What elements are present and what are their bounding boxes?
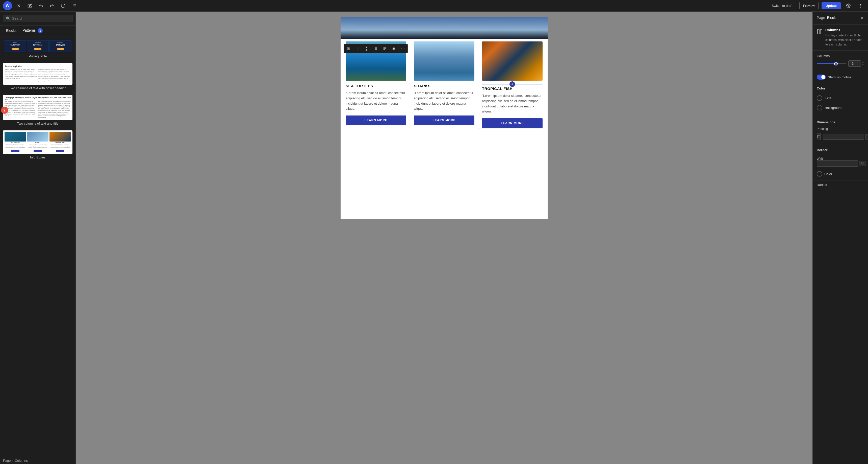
- block-info-text: Columns Display content in multiple colu…: [825, 28, 864, 47]
- svg-point-12: [860, 7, 861, 7]
- panel-tab-block[interactable]: Block: [827, 14, 836, 21]
- header-image: [341, 17, 548, 39]
- text-color-circle[interactable]: [817, 95, 822, 101]
- columns-arrow-down[interactable]: ▼: [862, 64, 864, 66]
- columns-control-label: Columns: [817, 54, 864, 58]
- search-input[interactable]: [12, 17, 70, 21]
- edit-button[interactable]: [25, 1, 34, 10]
- padding-all-sides-icon[interactable]: [817, 133, 821, 140]
- color-section: Color ⋮ Text Background: [813, 82, 868, 116]
- pattern-item-two-cols-title[interactable]: 2 The voyage had begun, and had begun ha…: [3, 95, 72, 125]
- toolbar-columns-icon[interactable]: ⊞: [344, 44, 353, 53]
- list-view-button[interactable]: [70, 1, 79, 10]
- tab-patterns[interactable]: Patterns 1: [20, 26, 46, 36]
- dimensions-section-header: Dimensions ⋮: [817, 120, 864, 124]
- patterns-badge: 1: [38, 28, 43, 33]
- background-color-circle[interactable]: [817, 105, 822, 111]
- switch-to-draft-button[interactable]: Switch to draft: [768, 2, 796, 9]
- blocks-patterns-tabs: Blocks Patterns 1: [0, 26, 75, 36]
- toolbar-block-settings[interactable]: ◉: [389, 44, 398, 53]
- border-radius-label: Radius: [817, 183, 864, 187]
- panel-tab-page[interactable]: Page: [817, 14, 825, 21]
- svg-rect-24: [817, 136, 820, 138]
- pattern-item-two-cols-offset[interactable]: Oceanic Inspiration Winding with round t…: [3, 63, 72, 90]
- sharks-text[interactable]: "Lorem ipsum dolor sit amet, consectetur…: [414, 90, 474, 112]
- panel-close-button[interactable]: ✕: [860, 15, 864, 21]
- more-options-button[interactable]: [856, 1, 865, 10]
- toolbar-more-options[interactable]: ⋯: [398, 44, 407, 53]
- background-color-row: Background: [817, 103, 864, 113]
- columns-number-input[interactable]: [848, 60, 861, 67]
- settings-button[interactable]: [844, 1, 853, 10]
- dimensions-section-title: Dimensions: [817, 120, 835, 124]
- preview-button[interactable]: Preview: [799, 2, 818, 9]
- sea-turtles-learn-more-button[interactable]: LEARN MORE: [346, 116, 406, 125]
- columns-section: SEA TURTLES "Lorem ipsum dolor sit amet,…: [341, 39, 548, 136]
- main-layout: 🔍 Blocks Patterns 1 Basic $199/year: [0, 11, 868, 464]
- tropical-fish-image: [482, 41, 542, 81]
- columns-block-icon: [817, 29, 823, 36]
- svg-point-11: [860, 5, 861, 6]
- border-color-row: Color: [817, 171, 864, 177]
- columns-slider-wrap[interactable]: ▲ ▼: [817, 60, 864, 67]
- redo-button[interactable]: [48, 1, 57, 10]
- toolbar-drag-handle[interactable]: ⠿: [353, 44, 362, 53]
- border-color-circle[interactable]: [817, 171, 822, 177]
- tropical-fish-heading[interactable]: TROPICAL FISH: [482, 86, 542, 91]
- pattern-item-pricing-table[interactable]: Basic $199/year SIGN UP Standard $299/ye…: [3, 39, 72, 58]
- breadcrumb-page[interactable]: Page: [3, 459, 10, 463]
- update-button[interactable]: Update: [822, 2, 841, 9]
- svg-rect-23: [820, 29, 822, 34]
- svg-rect-22: [817, 29, 819, 34]
- block-info: Columns Display content in multiple colu…: [813, 25, 868, 51]
- pricing-table-preview: Basic $199/year SIGN UP Standard $299/ye…: [3, 39, 72, 53]
- columns-slider-thumb[interactable]: [834, 62, 838, 65]
- sharks-heading[interactable]: SHARKS: [414, 84, 474, 88]
- breadcrumb-columns[interactable]: Columns: [15, 459, 28, 463]
- column-tropical-fish: + TROPICAL FISH "Lorem ipsum dolor sit a…: [478, 41, 542, 128]
- block-toolbar: ⊞ ⠿ ▲▼ ◉ ⋯: [344, 44, 408, 53]
- color-section-title: Color: [817, 86, 825, 90]
- sea-turtles-text[interactable]: "Lorem ipsum dolor sit amet, consectetur…: [346, 90, 406, 112]
- columns-arrow-up[interactable]: ▲: [862, 61, 864, 63]
- columns-slider-track[interactable]: [817, 63, 846, 64]
- color-section-menu[interactable]: ⋮: [860, 86, 864, 91]
- dimensions-section-menu[interactable]: ⋮: [860, 120, 864, 124]
- pattern-item-info-boxes[interactable]: SEA TURTLES Lorem ipsum dolor sit amet, …: [3, 130, 72, 159]
- wp-logo-text: W: [5, 3, 9, 8]
- toolbar-move-up[interactable]: ▲▼: [362, 44, 371, 53]
- tropical-fish-text[interactable]: "Lorem ipsum dolor sit amet, consectetur…: [482, 93, 542, 114]
- search-input-wrap[interactable]: 🔍: [3, 14, 72, 22]
- dimensions-section: Dimensions ⋮ Padding PX: [813, 116, 868, 144]
- toolbar-text-align[interactable]: [380, 44, 389, 53]
- text-color-label: Text: [825, 96, 831, 100]
- background-color-label: Background: [825, 106, 842, 110]
- border-width-input[interactable]: [817, 161, 858, 167]
- border-width-unit: PX: [859, 161, 866, 166]
- canvas-area[interactable]: ⊞ ⠿ ▲▼ ◉ ⋯ SEA TURTLES: [76, 11, 812, 464]
- tab-blocks[interactable]: Blocks: [3, 26, 20, 36]
- wp-logo[interactable]: W: [3, 1, 12, 10]
- sharks-learn-more-button[interactable]: LEARN MORE: [414, 116, 474, 125]
- tropical-fish-learn-more-button[interactable]: LEARN MORE: [482, 118, 542, 128]
- undo-button[interactable]: [36, 1, 45, 10]
- breadcrumb-separator: ›: [12, 459, 13, 463]
- close-button[interactable]: ✕: [14, 1, 23, 10]
- column-add-button[interactable]: +: [509, 81, 515, 87]
- padding-input-wrap: PX: [823, 134, 868, 140]
- padding-value-input[interactable]: [823, 134, 864, 140]
- padding-unit-label: PX: [865, 134, 868, 140]
- border-section-menu[interactable]: ⋮: [860, 148, 864, 152]
- padding-label: Padding: [817, 127, 864, 130]
- block-name: Columns: [825, 28, 864, 32]
- border-color-label: Color: [824, 172, 832, 176]
- padding-row: PX: [817, 133, 864, 140]
- border-section-header: Border ⋮: [817, 148, 864, 152]
- toggle-thumb: [821, 75, 825, 79]
- top-bar: W ✕ Switch to draft Preview Update: [0, 0, 868, 11]
- stack-on-mobile-toggle[interactable]: [817, 75, 826, 80]
- sea-turtles-heading[interactable]: SEA TURTLES: [346, 84, 406, 88]
- toolbar-align[interactable]: [371, 44, 380, 53]
- info-boxes-preview: SEA TURTLES Lorem ipsum dolor sit amet, …: [3, 130, 72, 154]
- info-button[interactable]: [59, 1, 68, 10]
